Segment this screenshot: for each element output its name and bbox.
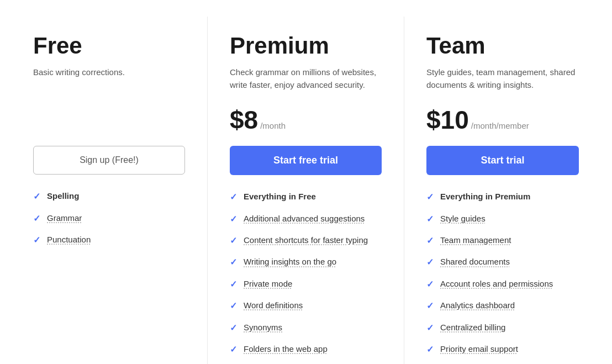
feature-item: ✓Content shortcuts for faster typing [230,234,382,247]
check-icon: ✓ [426,300,434,312]
price-row-team: $10/month/member [426,105,579,136]
price-row-premium: $8/month [230,105,382,136]
feature-text: Analytics dashboard [440,299,515,311]
check-icon: ✓ [426,191,434,203]
check-icon: ✓ [426,322,434,334]
feature-text: Writing insights on the go [244,256,336,267]
feature-item: ✓Analytics dashboard [426,299,579,312]
features-list-free: ✓Spelling✓Grammar✓Punctuation [33,190,185,246]
feature-item: ✓Priority email support [426,343,579,356]
check-icon: ✓ [230,256,237,268]
feature-text: Style guides [440,213,486,224]
check-icon: ✓ [230,300,237,312]
feature-item: ✓Shared documents [426,256,579,268]
feature-text: Priority email support [440,343,518,355]
check-icon: ✓ [426,256,434,268]
feature-text: Grammar [47,212,82,224]
price-row-free [33,105,185,136]
feature-text: Everything in Premium [440,191,530,202]
feature-text: Everything in Free [244,191,316,202]
feature-text: Centralized billing [440,321,505,333]
price-period-premium: /month [260,121,286,130]
feature-text: Folders in the web app [244,343,328,355]
feature-text: Account roles and permissions [440,278,553,289]
check-icon: ✓ [230,278,237,291]
check-icon: ✓ [33,213,40,225]
feature-text: Spelling [47,190,79,202]
feature-item: ✓Synonyms [230,321,382,334]
cta-button-team[interactable]: Start trial [426,146,579,175]
plan-description-team: Style guides, team management, shared do… [426,66,579,99]
plan-team: TeamStyle guides, team management, share… [404,17,601,364]
cta-button-premium[interactable]: Start free trial [230,146,382,175]
feature-item: ✓Style guides [426,213,579,225]
check-icon: ✓ [426,213,434,225]
feature-item: ✓Additional advanced suggestions [230,213,382,225]
check-icon: ✓ [230,191,237,203]
feature-item: ✓Writing insights on the go [230,256,382,268]
plan-title-premium: Premium [230,33,382,59]
feature-text: Team management [440,234,511,246]
feature-text: Punctuation [47,234,91,245]
check-icon: ✓ [426,278,434,291]
feature-text: Word definitions [244,299,303,311]
check-icon: ✓ [230,213,237,225]
feature-text: Synonyms [244,321,282,333]
check-icon: ✓ [426,344,434,356]
price-amount-team: $10 [426,105,469,135]
feature-text: Private mode [244,278,292,289]
plan-premium: PremiumCheck grammar on millions of webs… [208,17,404,364]
feature-item: ✓Account roles and permissions [426,278,579,291]
check-icon: ✓ [33,234,40,246]
plan-title-free: Free [33,33,185,59]
check-icon: ✓ [230,235,237,247]
cta-button-free[interactable]: Sign up (Free!) [33,146,185,175]
feature-item: ✓Folders in the web app [230,343,382,356]
feature-item: ✓Team management [426,234,579,247]
features-list-premium: ✓Everything in Free✓Additional advanced … [230,191,382,364]
feature-item: ✓Spelling [33,190,185,203]
feature-item: ✓Punctuation [33,234,185,246]
plan-title-team: Team [426,33,579,59]
plan-description-premium: Check grammar on millions of websites, w… [230,66,382,99]
feature-item: ✓Private mode [230,278,382,291]
feature-item: ✓Grammar [33,212,185,225]
features-list-team: ✓Everything in Premium✓Style guides✓Team… [426,191,579,356]
feature-item: ✓Centralized billing [426,321,579,334]
price-amount-premium: $8 [230,105,258,135]
check-icon: ✓ [230,344,237,356]
feature-item: ✓Everything in Premium [426,191,579,203]
feature-item: ✓Word definitions [230,299,382,312]
price-period-team: /month/member [471,121,529,130]
plan-free: FreeBasic writing corrections.Sign up (F… [11,17,208,364]
feature-item: ✓Everything in Free [230,191,382,203]
feature-text: Content shortcuts for faster typing [244,234,368,246]
check-icon: ✓ [426,235,434,247]
plan-description-free: Basic writing corrections. [33,66,185,99]
pricing-grid: FreeBasic writing corrections.Sign up (F… [11,17,601,364]
feature-text: Additional advanced suggestions [244,213,365,224]
check-icon: ✓ [230,322,237,334]
feature-text: Shared documents [440,256,510,267]
check-icon: ✓ [33,191,40,203]
